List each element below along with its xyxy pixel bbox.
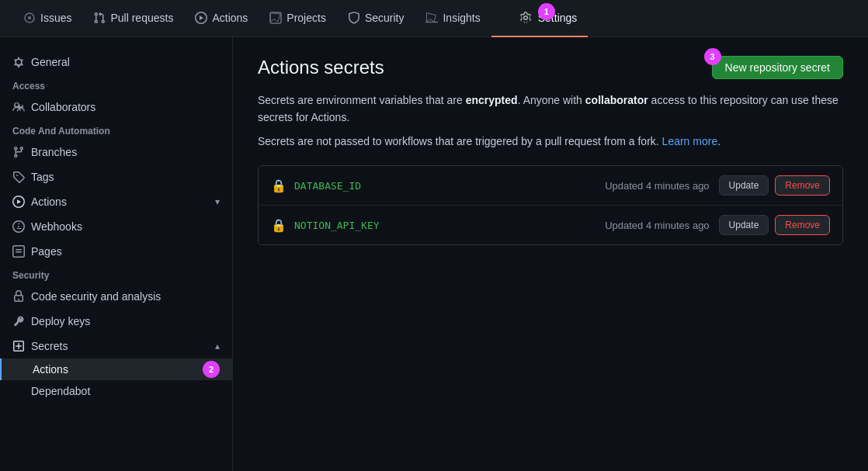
table-row: 🔒 NOTION_API_KEY Updated 4 minutes ago U… bbox=[259, 206, 842, 244]
sidebar-label-tags: Tags bbox=[31, 171, 54, 183]
badge-1: 1 bbox=[538, 3, 555, 20]
sidebar-section-access: Access bbox=[0, 74, 232, 95]
secret-name-1: DATABASE_ID bbox=[294, 180, 605, 192]
nav-issues[interactable]: Issues bbox=[12, 0, 82, 37]
remove-button-2[interactable]: Remove bbox=[775, 215, 830, 235]
sidebar-item-actions[interactable]: Actions ▾ bbox=[0, 189, 232, 214]
secret-updated-2: Updated 4 minutes ago bbox=[605, 220, 709, 231]
sidebar-label-pages: Pages bbox=[31, 245, 62, 258]
table-row: 🔒 DATABASE_ID Updated 4 minutes ago Upda… bbox=[259, 166, 842, 206]
update-button-1[interactable]: Update bbox=[719, 175, 769, 196]
sidebar-item-deploy-keys[interactable]: Deploy keys bbox=[0, 309, 232, 334]
sidebar-section-code: Code and automation bbox=[0, 119, 232, 140]
nav-pull-requests[interactable]: Pull requests bbox=[82, 0, 184, 37]
secrets-table: 🔒 DATABASE_ID Updated 4 minutes ago Upda… bbox=[258, 165, 843, 245]
sidebar-sub-dependabot[interactable]: Dependabot bbox=[0, 380, 232, 402]
sidebar-label-code-security: Code security and analysis bbox=[31, 290, 161, 303]
nav-insights[interactable]: Insights bbox=[415, 0, 491, 37]
sidebar-sub-label-actions: Actions bbox=[33, 363, 68, 376]
sidebar-label-deploy-keys: Deploy keys bbox=[31, 315, 90, 327]
badge-2: 2 bbox=[203, 361, 220, 378]
sidebar-label-branches: Branches bbox=[31, 146, 77, 158]
nav-actions[interactable]: Actions bbox=[184, 0, 259, 37]
lock-icon: 🔒 bbox=[271, 178, 286, 193]
secret-actions-2: Update Remove bbox=[719, 215, 830, 235]
remove-button-1[interactable]: Remove bbox=[775, 175, 830, 196]
sidebar-label-actions: Actions bbox=[31, 196, 67, 208]
top-nav: Issues Pull requests Actions Projects Se… bbox=[0, 0, 868, 37]
sidebar-sub-actions[interactable]: Actions 2 bbox=[0, 358, 232, 380]
chevron-down-icon: ▾ bbox=[215, 196, 220, 207]
nav-security[interactable]: Security bbox=[337, 0, 415, 37]
sidebar-item-branches[interactable]: Branches bbox=[0, 140, 232, 165]
badge-3: 3 bbox=[704, 48, 721, 65]
nav-settings[interactable]: Settings 1 bbox=[491, 0, 589, 37]
svg-point-1 bbox=[28, 16, 31, 19]
description-text: Secrets are environment variables that a… bbox=[258, 92, 843, 150]
lock-icon: 🔒 bbox=[271, 218, 286, 233]
sidebar-item-secrets[interactable]: Secrets ▴ bbox=[0, 334, 232, 358]
learn-more-link[interactable]: Learn more bbox=[662, 135, 718, 147]
sidebar-item-general[interactable]: General bbox=[0, 50, 232, 74]
content-header: Actions secrets New repository secret 3 bbox=[258, 56, 843, 79]
secret-actions-1: Update Remove bbox=[719, 175, 830, 196]
new-secret-button[interactable]: New repository secret bbox=[712, 56, 843, 79]
sidebar-label-webhooks: Webhooks bbox=[31, 220, 82, 233]
main-layout: General Access Collaborators Code and au… bbox=[0, 37, 868, 471]
sidebar-item-tags[interactable]: Tags bbox=[0, 165, 232, 189]
chevron-up-icon: ▴ bbox=[215, 341, 220, 352]
nav-projects[interactable]: Projects bbox=[259, 0, 337, 37]
secret-name-2: NOTION_API_KEY bbox=[294, 220, 605, 231]
sidebar-item-webhooks[interactable]: Webhooks bbox=[0, 214, 232, 239]
sidebar-label-general: General bbox=[31, 56, 70, 68]
sidebar-item-code-security[interactable]: Code security and analysis bbox=[0, 284, 232, 309]
sidebar-sub-label-dependabot: Dependabot bbox=[31, 385, 90, 397]
sidebar-item-pages[interactable]: Pages bbox=[0, 239, 232, 264]
sidebar-label-secrets: Secrets bbox=[31, 340, 68, 352]
sidebar-section-security: Security bbox=[0, 264, 232, 284]
content-area: Actions secrets New repository secret 3 … bbox=[233, 37, 868, 471]
secret-updated-1: Updated 4 minutes ago bbox=[605, 180, 709, 192]
page-title: Actions secrets bbox=[258, 57, 384, 78]
update-button-2[interactable]: Update bbox=[719, 215, 769, 235]
sidebar: General Access Collaborators Code and au… bbox=[0, 37, 233, 471]
sidebar-item-collaborators[interactable]: Collaborators bbox=[0, 95, 232, 119]
sidebar-label-collaborators: Collaborators bbox=[31, 101, 95, 113]
